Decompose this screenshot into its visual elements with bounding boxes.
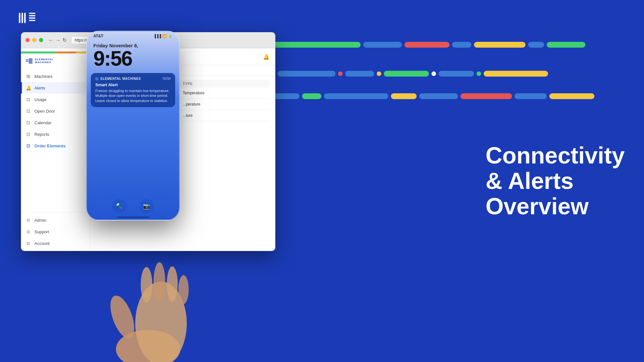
sidebar-bottom: ⊙ Admin ⊙ Support ⊙ Account xyxy=(21,212,90,251)
browser-nav: ← → ↻ xyxy=(48,37,67,43)
heading-line2: & Alerts xyxy=(486,168,625,194)
sidebar-logo-icon: ≡||| xyxy=(25,57,33,64)
sidebar-item-label: Reports xyxy=(34,132,49,137)
order-elements-icon: ⊡ xyxy=(25,143,31,149)
sidebar-item-support[interactable]: ⊙ Support xyxy=(21,226,90,237)
svg-rect-5 xyxy=(29,17,35,19)
sidebar-item-alerts[interactable]: 🔔 Alerts xyxy=(21,82,90,94)
right-content: Connectivity & Alerts Overview xyxy=(486,143,625,219)
sidebar-item-order-elements[interactable]: ⊡ Order Elements xyxy=(21,140,90,152)
svg-rect-4 xyxy=(29,15,35,16)
sidebar-item-admin[interactable]: ⊙ Admin xyxy=(21,214,90,226)
refresh-button[interactable]: ↻ xyxy=(62,37,67,43)
cell-type: Temperature xyxy=(183,91,267,95)
deco-bars-mid xyxy=(270,71,644,79)
phone-status-bar: AT&T ▐▐▐ 📶 🔋 xyxy=(87,31,179,40)
svg-rect-1 xyxy=(22,13,23,23)
deco-bars-bot xyxy=(270,93,644,102)
sidebar-item-label: Usage xyxy=(34,97,47,102)
top-logo xyxy=(18,10,53,29)
notif-body: Freezer struggling to maintain low tempe… xyxy=(95,88,171,103)
sidebar-item-label: Machines xyxy=(34,74,52,79)
cell-type: ...perature xyxy=(183,102,267,107)
status-icons: ▐▐▐ 📶 🔋 xyxy=(154,34,173,38)
camera-button[interactable]: 📷 xyxy=(139,199,154,213)
open-door-icon: ⊡ xyxy=(25,108,31,114)
sidebar-item-open-door[interactable]: ⊡ Open Door xyxy=(21,105,90,117)
col-type: TYPE xyxy=(183,82,267,86)
heading-line3: Overview xyxy=(486,194,625,219)
svg-rect-3 xyxy=(29,13,35,14)
svg-rect-6 xyxy=(29,20,35,21)
calendar-icon: ⊡ xyxy=(25,120,31,125)
sidebar-item-account[interactable]: ⊙ Account xyxy=(21,237,90,249)
sidebar-item-label: Order Elements xyxy=(34,144,66,148)
sidebar-logo: ≡||| ELEMENTAL MACHINES xyxy=(21,54,90,69)
sidebar-item-reports[interactable]: ⊡ Reports xyxy=(21,128,90,140)
reports-icon: ⊡ xyxy=(25,131,31,137)
app-name: ELEMENTAL MACHINES xyxy=(100,77,141,80)
close-button[interactable] xyxy=(25,38,30,42)
phone-time: 9:56 xyxy=(93,48,173,69)
sidebar-item-label: Calendar xyxy=(34,120,52,125)
svg-rect-2 xyxy=(24,13,26,23)
active-bar xyxy=(21,82,22,94)
minimize-button[interactable] xyxy=(32,38,36,42)
sidebar-nav: ⊞ Machines 🔔 Alerts ⊡ Usage ⊡ Open Door xyxy=(21,69,90,212)
wifi-icon: 📶 xyxy=(162,34,167,38)
notification-card[interactable]: ELEMENTAL MACHINES NOW Smart Alert Freez… xyxy=(91,73,175,107)
phone-time-area: Friday November 8, 9:56 xyxy=(87,40,179,70)
sidebar-item-label: Account xyxy=(34,241,50,246)
maximize-button[interactable] xyxy=(39,38,43,42)
forward-button[interactable]: → xyxy=(55,37,61,43)
account-icon: ⊙ xyxy=(25,240,31,246)
back-button[interactable]: ← xyxy=(48,37,53,43)
app-icon xyxy=(95,77,99,80)
machines-icon: ⊞ xyxy=(25,73,31,79)
deco-bars-top xyxy=(270,42,644,50)
carrier-label: AT&T xyxy=(93,34,103,38)
flashlight-button[interactable]: 🔦 xyxy=(112,199,127,213)
signal-icon: ▐▐▐ xyxy=(154,34,161,38)
admin-icon: ⊙ xyxy=(25,217,31,223)
notif-time: NOW xyxy=(163,77,171,80)
sidebar-item-machines[interactable]: ⊞ Machines xyxy=(21,70,90,82)
battery-icon: 🔋 xyxy=(168,34,173,38)
notif-header: ELEMENTAL MACHINES NOW xyxy=(95,77,171,80)
phone-body: AT&T ▐▐▐ 📶 🔋 Friday November 8, 9:56 ELE… xyxy=(86,31,180,220)
notif-app-info: ELEMENTAL MACHINES xyxy=(95,77,141,80)
support-icon: ⊙ xyxy=(25,229,31,235)
usage-icon: ⊡ xyxy=(25,97,31,102)
sidebar-item-label: Alerts xyxy=(34,86,45,90)
sidebar-logo-text: ELEMENTAL MACHINES xyxy=(35,58,53,64)
heading-line1: Connectivity xyxy=(486,143,625,168)
sidebar-item-label: Support xyxy=(34,229,49,234)
home-indicator[interactable] xyxy=(117,217,149,218)
sidebar-item-label: Admin xyxy=(34,218,46,223)
alerts-icon: 🔔 xyxy=(25,85,31,91)
sidebar: ≡||| ELEMENTAL MACHINES ⊞ Machines 🔔 Ale… xyxy=(21,48,90,251)
sidebar-item-label: Open Door xyxy=(34,109,55,114)
main-heading: Connectivity & Alerts Overview xyxy=(486,143,625,219)
phone-dock: 🔦 📷 xyxy=(87,199,179,213)
phone-mockup: AT&T ▐▐▐ 📶 🔋 Friday November 8, 9:56 ELE… xyxy=(86,31,186,237)
notification-bell[interactable]: 🔔 xyxy=(263,54,270,60)
sidebar-item-calendar[interactable]: ⊡ Calendar xyxy=(21,117,90,128)
notif-title: Smart Alert xyxy=(95,82,171,87)
sidebar-item-usage[interactable]: ⊡ Usage xyxy=(21,94,90,105)
color-bars xyxy=(21,51,90,53)
cell-type: ...ture xyxy=(183,113,267,118)
svg-rect-0 xyxy=(19,13,21,23)
